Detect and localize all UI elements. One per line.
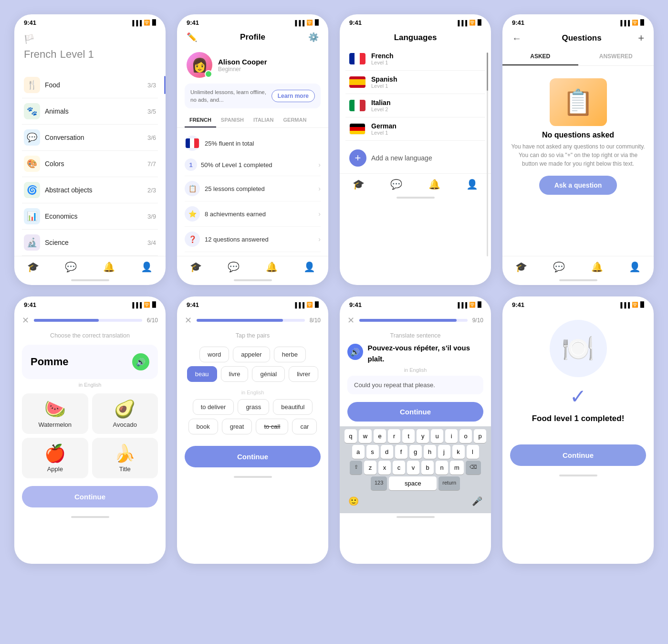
stat-row-lessons[interactable]: 📋 25 lessons completed › [185,176,321,201]
gear-icon[interactable]: ⚙️ [308,32,319,42]
nav-bell-icon[interactable]: 🔔 [103,261,115,273]
list-item[interactable]: 🍴 Food 3/3 [22,72,158,98]
nav-home-icon[interactable]: 🎓 [515,261,527,273]
option-avocado[interactable]: 🥑 Avocado [92,393,158,434]
nav-home-icon[interactable]: 🎓 [353,179,365,190]
scrollbar[interactable] [487,53,488,256]
word-chip[interactable]: livre [221,366,249,382]
stat-row-questions[interactable]: ❓ 12 questions answered › [185,227,321,252]
nav-chat-icon[interactable]: 💬 [228,261,240,273]
word-chip[interactable]: grass [238,399,269,415]
key-h[interactable]: h [424,445,436,459]
option-watermelon[interactable]: 🍉 Watermelon [22,393,88,434]
key-v[interactable]: v [407,461,419,475]
key-s[interactable]: s [366,445,379,459]
nav-user-icon[interactable]: 👤 [629,261,641,273]
tab-italian[interactable]: ITALIAN [249,113,279,127]
pencil-icon[interactable]: ✏️ [187,32,197,42]
tab-answered[interactable]: ANSWERED [578,48,654,65]
nav-chat-icon[interactable]: 💬 [553,261,565,273]
key-k[interactable]: k [452,445,465,459]
word-chip[interactable]: great [222,419,252,434]
close-button[interactable]: ✕ [22,315,29,326]
tab-spanish[interactable]: SPANISH [216,113,249,127]
mic-button[interactable]: 🎤 [467,494,487,508]
return-key[interactable]: return [438,476,460,490]
close-button[interactable]: ✕ [347,315,355,326]
nav-home-icon[interactable]: 🎓 [190,261,202,273]
word-chip[interactable]: car [292,419,317,434]
key-r[interactable]: r [388,429,400,443]
list-item[interactable]: Italian Level 2 [345,94,485,117]
continue-button[interactable]: Continue [510,444,646,466]
list-item[interactable]: German Level 1 [345,117,485,141]
word-chip[interactable]: appeler [233,347,270,362]
tab-french[interactable]: FRENCH [185,113,216,127]
nav-bell-icon[interactable]: 🔔 [266,261,278,273]
sound-button[interactable]: 🔊 [347,344,363,360]
nav-user-icon[interactable]: 👤 [141,261,153,273]
key-u[interactable]: u [431,429,443,443]
nav-user-icon[interactable]: 👤 [466,179,478,190]
sound-button[interactable]: 🔊 [132,353,149,370]
key-y[interactable]: y [417,429,429,443]
word-chip[interactable]: beautiful [273,399,313,415]
back-icon[interactable]: ← [512,33,522,44]
stat-row-achievements[interactable]: ⭐ 8 achievments earned › [185,201,321,227]
list-item[interactable]: French Level 1 [345,47,485,71]
backspace-key[interactable]: ⌫ [466,461,481,475]
stat-row-level[interactable]: 1 50% of Level 1 completed › [185,154,321,176]
nav-home-icon[interactable]: 🎓 [27,261,39,273]
key-n[interactable]: n [436,461,448,475]
word-chip[interactable]: book [188,419,218,434]
option-title[interactable]: 🍌 Title [92,438,158,478]
continue-button[interactable]: Continue [347,402,483,422]
list-item[interactable]: Spanish Level 1 [345,71,485,94]
key-a[interactable]: a [352,445,365,459]
list-item[interactable]: 💬 Conversation 3/6 [22,125,158,151]
key-c[interactable]: c [393,461,405,475]
add-language-row[interactable]: + Add a new language [340,143,491,173]
list-item[interactable]: 🎨 Colors 7/7 [22,151,158,177]
list-item[interactable]: 📊 Economics 3/9 [22,203,158,230]
key-b[interactable]: b [421,461,434,475]
key-t[interactable]: t [402,429,415,443]
key-e[interactable]: e [374,429,386,443]
word-chip[interactable]: to deliver [193,399,234,415]
key-i[interactable]: i [445,429,458,443]
key-o[interactable]: o [459,429,472,443]
key-f[interactable]: f [395,445,407,459]
word-chip[interactable]: herbe [274,347,306,362]
option-apple[interactable]: 🍎 Apple [22,438,88,478]
word-chip[interactable]: word [199,347,229,362]
emoji-button[interactable]: 🙂 [344,494,364,508]
word-chip[interactable]: génial [252,366,285,382]
continue-button[interactable]: Continue [185,446,321,467]
add-language-button[interactable]: + [349,149,366,167]
word-chip-beau[interactable]: beau [187,366,217,382]
list-item[interactable]: 🐾 Animals 3/5 [22,98,158,125]
number-key[interactable]: 123 [371,476,387,490]
key-q[interactable]: q [344,429,357,443]
nav-chat-icon[interactable]: 💬 [390,179,402,190]
word-chip[interactable]: to call [256,419,288,434]
key-x[interactable]: x [378,461,391,475]
key-z[interactable]: z [364,461,376,475]
list-item[interactable]: 🌀 Abstract objects 2/3 [22,177,158,203]
key-j[interactable]: j [438,445,450,459]
ask-question-button[interactable]: Ask a question [539,176,617,195]
answer-box[interactable]: Could you repeat that please. [347,376,483,394]
nav-bell-icon[interactable]: 🔔 [591,261,603,273]
key-l[interactable]: l [467,445,479,459]
key-d[interactable]: d [381,445,393,459]
continue-button[interactable]: Continue [22,486,158,507]
nav-user-icon[interactable]: 👤 [303,261,315,273]
key-g[interactable]: g [409,445,422,459]
learn-more-button[interactable]: Learn more [271,90,315,102]
key-m[interactable]: m [450,461,464,475]
nav-bell-icon[interactable]: 🔔 [428,179,440,190]
list-item[interactable]: 🔬 Science 3/4 [22,230,158,256]
add-question-button[interactable]: + [638,32,644,44]
word-chip[interactable]: livrer [289,366,318,382]
nav-chat-icon[interactable]: 💬 [65,261,77,273]
